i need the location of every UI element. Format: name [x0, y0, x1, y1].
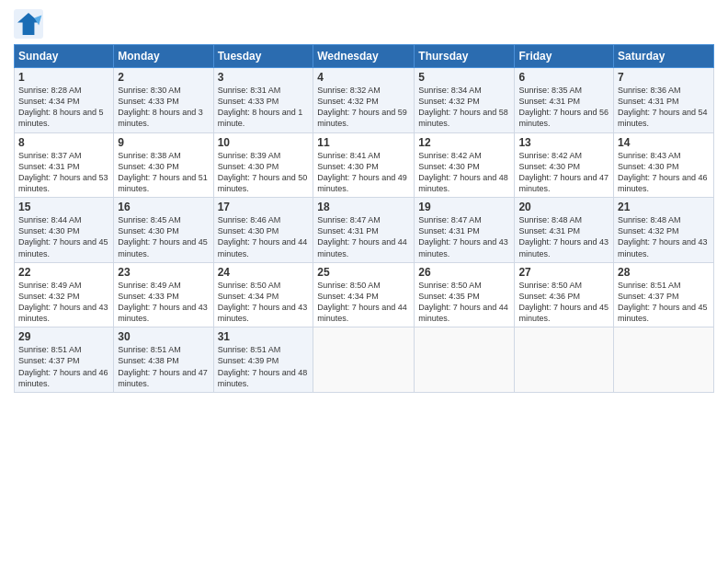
calendar-week-row: 8Sunrise: 8:37 AMSunset: 4:31 PMDaylight… — [15, 132, 714, 198]
calendar-cell: 1Sunrise: 8:28 AMSunset: 4:34 PMDaylight… — [15, 68, 114, 133]
col-header-friday: Friday — [515, 45, 614, 68]
calendar-cell: 21Sunrise: 8:48 AMSunset: 4:32 PMDayligh… — [614, 198, 714, 263]
day-number: 10 — [218, 136, 310, 149]
calendar-cell: 28Sunrise: 8:51 AMSunset: 4:37 PMDayligh… — [614, 262, 714, 327]
calendar-cell: 29Sunrise: 8:51 AMSunset: 4:37 PMDayligh… — [15, 327, 114, 393]
day-number: 23 — [118, 266, 209, 279]
calendar-cell: 5Sunrise: 8:34 AMSunset: 4:32 PMDaylight… — [415, 68, 515, 133]
calendar-cell: 25Sunrise: 8:50 AMSunset: 4:34 PMDayligh… — [313, 262, 415, 327]
day-info: Sunrise: 8:51 AMSunset: 4:39 PMDaylight:… — [218, 344, 310, 389]
calendar-cell: 24Sunrise: 8:50 AMSunset: 4:34 PMDayligh… — [213, 262, 313, 327]
calendar-cell: 4Sunrise: 8:32 AMSunset: 4:32 PMDaylight… — [313, 68, 415, 133]
header — [14, 9, 714, 39]
calendar-cell: 18Sunrise: 8:47 AMSunset: 4:31 PMDayligh… — [313, 198, 415, 263]
calendar-cell — [313, 327, 415, 393]
day-number: 6 — [518, 71, 609, 84]
calendar-cell — [515, 327, 614, 393]
calendar-cell: 30Sunrise: 8:51 AMSunset: 4:38 PMDayligh… — [114, 327, 213, 393]
day-number: 29 — [18, 330, 109, 343]
calendar-cell: 20Sunrise: 8:48 AMSunset: 4:31 PMDayligh… — [515, 198, 614, 263]
calendar-week-row: 15Sunrise: 8:44 AMSunset: 4:30 PMDayligh… — [15, 198, 714, 263]
day-info: Sunrise: 8:36 AMSunset: 4:31 PMDaylight:… — [618, 85, 710, 130]
calendar-cell: 6Sunrise: 8:35 AMSunset: 4:31 PMDaylight… — [515, 68, 614, 133]
day-info: Sunrise: 8:37 AMSunset: 4:31 PMDaylight:… — [18, 150, 109, 195]
calendar-cell: 23Sunrise: 8:49 AMSunset: 4:33 PMDayligh… — [114, 262, 213, 327]
day-info: Sunrise: 8:50 AMSunset: 4:34 PMDaylight:… — [218, 280, 310, 325]
day-number: 31 — [218, 330, 310, 343]
day-info: Sunrise: 8:48 AMSunset: 4:32 PMDaylight:… — [618, 214, 710, 259]
day-number: 12 — [418, 136, 510, 149]
day-number: 24 — [218, 266, 310, 279]
day-number: 1 — [18, 71, 109, 84]
day-number: 28 — [618, 266, 710, 279]
day-number: 9 — [118, 136, 209, 149]
calendar-week-row: 1Sunrise: 8:28 AMSunset: 4:34 PMDaylight… — [15, 68, 714, 133]
day-number: 18 — [317, 201, 410, 213]
calendar-cell: 13Sunrise: 8:42 AMSunset: 4:30 PMDayligh… — [515, 132, 614, 198]
calendar-cell: 2Sunrise: 8:30 AMSunset: 4:33 PMDaylight… — [114, 68, 213, 133]
day-info: Sunrise: 8:51 AMSunset: 4:38 PMDaylight:… — [118, 344, 209, 389]
day-number: 3 — [218, 71, 310, 84]
day-number: 8 — [18, 136, 109, 149]
day-number: 16 — [118, 201, 209, 213]
day-info: Sunrise: 8:42 AMSunset: 4:30 PMDaylight:… — [518, 150, 609, 195]
calendar-cell — [614, 327, 714, 393]
day-info: Sunrise: 8:49 AMSunset: 4:33 PMDaylight:… — [118, 280, 209, 325]
day-info: Sunrise: 8:42 AMSunset: 4:30 PMDaylight:… — [418, 150, 510, 195]
logo — [14, 9, 47, 39]
calendar-cell — [415, 327, 515, 393]
day-info: Sunrise: 8:35 AMSunset: 4:31 PMDaylight:… — [518, 85, 609, 130]
col-header-sunday: Sunday — [15, 45, 114, 68]
day-info: Sunrise: 8:39 AMSunset: 4:30 PMDaylight:… — [218, 150, 310, 195]
calendar-cell: 10Sunrise: 8:39 AMSunset: 4:30 PMDayligh… — [213, 132, 313, 198]
calendar-cell: 16Sunrise: 8:45 AMSunset: 4:30 PMDayligh… — [114, 198, 213, 263]
day-info: Sunrise: 8:41 AMSunset: 4:30 PMDaylight:… — [317, 150, 410, 195]
calendar-cell: 31Sunrise: 8:51 AMSunset: 4:39 PMDayligh… — [213, 327, 313, 393]
day-number: 2 — [118, 71, 209, 84]
day-info: Sunrise: 8:30 AMSunset: 4:33 PMDaylight:… — [118, 85, 209, 130]
col-header-wednesday: Wednesday — [313, 45, 415, 68]
day-number: 11 — [317, 136, 410, 149]
day-number: 27 — [518, 266, 609, 279]
calendar-cell: 22Sunrise: 8:49 AMSunset: 4:32 PMDayligh… — [15, 262, 114, 327]
calendar-cell: 14Sunrise: 8:43 AMSunset: 4:30 PMDayligh… — [614, 132, 714, 198]
col-header-saturday: Saturday — [614, 45, 714, 68]
col-header-monday: Monday — [114, 45, 213, 68]
day-info: Sunrise: 8:28 AMSunset: 4:34 PMDaylight:… — [18, 85, 109, 130]
day-number: 15 — [18, 201, 109, 213]
day-info: Sunrise: 8:48 AMSunset: 4:31 PMDaylight:… — [518, 214, 609, 259]
calendar-cell: 17Sunrise: 8:46 AMSunset: 4:30 PMDayligh… — [213, 198, 313, 263]
day-info: Sunrise: 8:47 AMSunset: 4:31 PMDaylight:… — [418, 214, 510, 259]
calendar-cell: 27Sunrise: 8:50 AMSunset: 4:36 PMDayligh… — [515, 262, 614, 327]
day-number: 21 — [618, 201, 710, 213]
calendar-cell: 11Sunrise: 8:41 AMSunset: 4:30 PMDayligh… — [313, 132, 415, 198]
day-info: Sunrise: 8:47 AMSunset: 4:31 PMDaylight:… — [317, 214, 410, 259]
day-number: 4 — [317, 71, 410, 84]
day-number: 19 — [418, 201, 510, 213]
day-number: 14 — [618, 136, 710, 149]
day-number: 26 — [418, 266, 510, 279]
day-number: 17 — [218, 201, 310, 213]
calendar-cell: 9Sunrise: 8:38 AMSunset: 4:30 PMDaylight… — [114, 132, 213, 198]
calendar-cell: 15Sunrise: 8:44 AMSunset: 4:30 PMDayligh… — [15, 198, 114, 263]
day-number: 30 — [118, 330, 209, 343]
day-info: Sunrise: 8:43 AMSunset: 4:30 PMDaylight:… — [618, 150, 710, 195]
day-info: Sunrise: 8:31 AMSunset: 4:33 PMDaylight:… — [218, 85, 310, 130]
generalblue-logo-icon — [14, 9, 43, 39]
calendar-cell: 26Sunrise: 8:50 AMSunset: 4:35 PMDayligh… — [415, 262, 515, 327]
calendar-table: SundayMondayTuesdayWednesdayThursdayFrid… — [14, 44, 714, 393]
day-info: Sunrise: 8:49 AMSunset: 4:32 PMDaylight:… — [18, 280, 109, 325]
day-info: Sunrise: 8:50 AMSunset: 4:35 PMDaylight:… — [418, 280, 510, 325]
calendar-week-row: 29Sunrise: 8:51 AMSunset: 4:37 PMDayligh… — [15, 327, 714, 393]
day-info: Sunrise: 8:50 AMSunset: 4:34 PMDaylight:… — [317, 280, 410, 325]
day-number: 25 — [317, 266, 410, 279]
day-info: Sunrise: 8:50 AMSunset: 4:36 PMDaylight:… — [518, 280, 609, 325]
calendar-week-row: 22Sunrise: 8:49 AMSunset: 4:32 PMDayligh… — [15, 262, 714, 327]
day-info: Sunrise: 8:38 AMSunset: 4:30 PMDaylight:… — [118, 150, 209, 195]
day-info: Sunrise: 8:51 AMSunset: 4:37 PMDaylight:… — [618, 280, 710, 325]
calendar-cell: 19Sunrise: 8:47 AMSunset: 4:31 PMDayligh… — [415, 198, 515, 263]
day-info: Sunrise: 8:34 AMSunset: 4:32 PMDaylight:… — [418, 85, 510, 130]
page: SundayMondayTuesdayWednesdayThursdayFrid… — [0, 0, 728, 563]
calendar-cell: 8Sunrise: 8:37 AMSunset: 4:31 PMDaylight… — [15, 132, 114, 198]
calendar-header-row: SundayMondayTuesdayWednesdayThursdayFrid… — [15, 45, 714, 68]
